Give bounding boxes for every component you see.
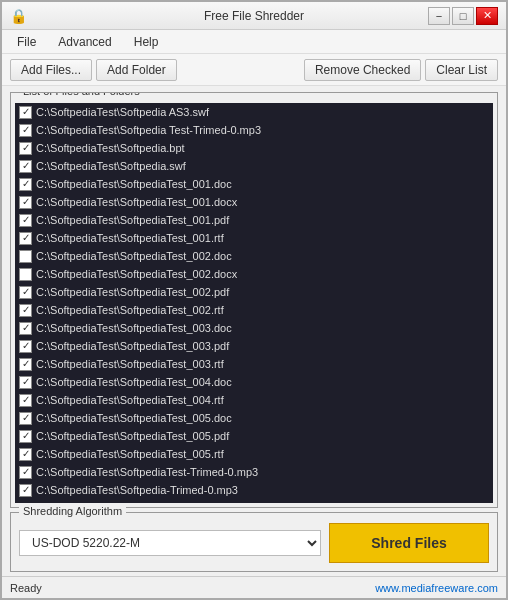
file-path: C:\SoftpediaTest\SoftpediaTest_003.rtf bbox=[36, 358, 224, 370]
file-list-label: List of Files and Folders bbox=[19, 92, 144, 97]
title-bar: 🔒 Free File Shredder − □ ✕ bbox=[2, 2, 506, 30]
shredding-label: Shredding Algorithm bbox=[19, 505, 126, 517]
add-files-button[interactable]: Add Files... bbox=[10, 59, 92, 81]
list-item: C:\SoftpediaTest\SoftpediaTest_005.doc bbox=[15, 409, 493, 427]
file-list-section: List of Files and Folders C:\SoftpediaTe… bbox=[10, 92, 498, 508]
file-checkbox[interactable] bbox=[19, 268, 32, 281]
status-bar: Ready www.mediafreeware.com bbox=[2, 576, 506, 598]
list-item: C:\SoftpediaTest\SoftpediaTest_004.doc bbox=[15, 373, 493, 391]
list-item: C:\SoftpediaTest\SoftpediaTest_005.rtf bbox=[15, 445, 493, 463]
close-button[interactable]: ✕ bbox=[476, 7, 498, 25]
file-path: C:\SoftpediaTest\SoftpediaTest_002.docx bbox=[36, 268, 237, 280]
remove-checked-button[interactable]: Remove Checked bbox=[304, 59, 421, 81]
file-checkbox[interactable] bbox=[19, 142, 32, 155]
file-checkbox[interactable] bbox=[19, 124, 32, 137]
list-item: C:\SoftpediaTest\SoftpediaTest_003.pdf bbox=[15, 337, 493, 355]
file-checkbox[interactable] bbox=[19, 358, 32, 371]
file-checkbox[interactable] bbox=[19, 394, 32, 407]
list-item: C:\SoftpediaTest\SoftpediaTest_003.doc bbox=[15, 319, 493, 337]
file-checkbox[interactable] bbox=[19, 322, 32, 335]
file-checkbox[interactable] bbox=[19, 178, 32, 191]
clear-list-button[interactable]: Clear List bbox=[425, 59, 498, 81]
algorithm-select[interactable]: US-DOD 5220.22-MGutmann (35 passes)Rando… bbox=[19, 530, 321, 556]
file-checkbox[interactable] bbox=[19, 106, 32, 119]
list-item: C:\SoftpediaTest\Softpedia-Trimed-0.mp3 bbox=[15, 481, 493, 499]
list-item: C:\SoftpediaTest\Softpedia AS3.swf bbox=[15, 103, 493, 121]
file-path: C:\SoftpediaTest\SoftpediaTest-Trimed-0.… bbox=[36, 466, 258, 478]
shred-files-button[interactable]: Shred Files bbox=[329, 523, 489, 563]
list-item: C:\SoftpediaTest\Softpedia Test-Trimed-0… bbox=[15, 121, 493, 139]
file-path: C:\SoftpediaTest\SoftpediaTest_004.doc bbox=[36, 376, 232, 388]
file-path: C:\SoftpediaTest\SoftpediaTest_002.pdf bbox=[36, 286, 229, 298]
file-path: C:\SoftpediaTest\Softpedia.bpt bbox=[36, 142, 185, 154]
menu-advanced[interactable]: Advanced bbox=[47, 32, 122, 52]
file-checkbox[interactable] bbox=[19, 466, 32, 479]
list-item: C:\SoftpediaTest\SoftpediaTest_005.pdf bbox=[15, 427, 493, 445]
file-checkbox[interactable] bbox=[19, 430, 32, 443]
menu-file[interactable]: File bbox=[6, 32, 47, 52]
file-checkbox[interactable] bbox=[19, 232, 32, 245]
list-item: C:\SoftpediaTest\SoftpediaTest_001.doc bbox=[15, 175, 493, 193]
list-item: C:\SoftpediaTest\SoftpediaTest_001.docx bbox=[15, 193, 493, 211]
file-path: C:\SoftpediaTest\SoftpediaTest_003.pdf bbox=[36, 340, 229, 352]
file-checkbox[interactable] bbox=[19, 286, 32, 299]
list-item: C:\SoftpediaTest\SoftpediaTest_001.rtf bbox=[15, 229, 493, 247]
restore-button[interactable]: □ bbox=[452, 7, 474, 25]
app-icon: 🔒 bbox=[10, 8, 26, 24]
list-item: C:\SoftpediaTest\SoftpediaTest_002.docx bbox=[15, 265, 493, 283]
title-bar-left: 🔒 bbox=[10, 8, 26, 24]
list-item: C:\SoftpediaTest\SoftpediaTest_003.rtf bbox=[15, 355, 493, 373]
file-checkbox[interactable] bbox=[19, 340, 32, 353]
menu-help[interactable]: Help bbox=[123, 32, 170, 52]
file-list-container[interactable]: C:\SoftpediaTest\Softpedia AS3.swfC:\Sof… bbox=[15, 103, 493, 503]
list-item: C:\SoftpediaTest\Softpedia.bpt bbox=[15, 139, 493, 157]
toolbar: Add Files... Add Folder Remove Checked C… bbox=[2, 54, 506, 86]
add-folder-button[interactable]: Add Folder bbox=[96, 59, 177, 81]
main-window: 🔒 Free File Shredder − □ ✕ File Advanced… bbox=[0, 0, 508, 600]
shredding-controls: US-DOD 5220.22-MGutmann (35 passes)Rando… bbox=[19, 523, 489, 563]
file-path: C:\SoftpediaTest\Softpedia-Trimed-0.mp3 bbox=[36, 484, 238, 496]
list-item: C:\SoftpediaTest\SoftpediaTest_002.rtf bbox=[15, 301, 493, 319]
file-checkbox[interactable] bbox=[19, 214, 32, 227]
file-path: C:\SoftpediaTest\SoftpediaTest_005.doc bbox=[36, 412, 232, 424]
file-checkbox[interactable] bbox=[19, 448, 32, 461]
minimize-button[interactable]: − bbox=[428, 7, 450, 25]
file-path: C:\SoftpediaTest\SoftpediaTest_005.rtf bbox=[36, 448, 224, 460]
shredding-section: Shredding Algorithm US-DOD 5220.22-MGutm… bbox=[10, 512, 498, 572]
window-title: Free File Shredder bbox=[204, 9, 304, 23]
file-path: C:\SoftpediaTest\SoftpediaTest_001.doc bbox=[36, 178, 232, 190]
file-path: C:\SoftpediaTest\SoftpediaTest_002.doc bbox=[36, 250, 232, 262]
toolbar-right: Remove Checked Clear List bbox=[304, 59, 498, 81]
file-checkbox[interactable] bbox=[19, 484, 32, 497]
file-path: C:\SoftpediaTest\SoftpediaTest_005.pdf bbox=[36, 430, 229, 442]
title-bar-controls: − □ ✕ bbox=[428, 7, 498, 25]
website-link[interactable]: www.mediafreeware.com bbox=[375, 582, 498, 594]
file-checkbox[interactable] bbox=[19, 304, 32, 317]
file-path: C:\SoftpediaTest\SoftpediaTest_004.rtf bbox=[36, 394, 224, 406]
list-item: C:\SoftpediaTest\Softpedia.swf bbox=[15, 157, 493, 175]
menu-bar: File Advanced Help bbox=[2, 30, 506, 54]
file-path: C:\SoftpediaTest\SoftpediaTest_002.rtf bbox=[36, 304, 224, 316]
file-path: C:\SoftpediaTest\Softpedia AS3.swf bbox=[36, 106, 209, 118]
file-checkbox[interactable] bbox=[19, 160, 32, 173]
file-path: C:\SoftpediaTest\SoftpediaTest_003.doc bbox=[36, 322, 232, 334]
file-checkbox[interactable] bbox=[19, 412, 32, 425]
file-checkbox[interactable] bbox=[19, 376, 32, 389]
file-path: C:\SoftpediaTest\SoftpediaTest_001.docx bbox=[36, 196, 237, 208]
list-item: C:\SoftpediaTest\SoftpediaTest_001.pdf bbox=[15, 211, 493, 229]
file-checkbox[interactable] bbox=[19, 250, 32, 263]
file-path: C:\SoftpediaTest\Softpedia Test-Trimed-0… bbox=[36, 124, 261, 136]
list-item: C:\SoftpediaTest\SoftpediaTest-Trimed-0.… bbox=[15, 463, 493, 481]
list-item: C:\SoftpediaTest\SoftpediaTest_002.pdf bbox=[15, 283, 493, 301]
file-path: C:\SoftpediaTest\Softpedia.swf bbox=[36, 160, 186, 172]
main-content: List of Files and Folders C:\SoftpediaTe… bbox=[2, 86, 506, 598]
list-item: C:\SoftpediaTest\SoftpediaTest_002.doc bbox=[15, 247, 493, 265]
file-path: C:\SoftpediaTest\SoftpediaTest_001.pdf bbox=[36, 214, 229, 226]
file-path: C:\SoftpediaTest\SoftpediaTest_001.rtf bbox=[36, 232, 224, 244]
list-item: C:\SoftpediaTest\SoftpediaTest_004.rtf bbox=[15, 391, 493, 409]
status-text: Ready bbox=[10, 582, 42, 594]
file-checkbox[interactable] bbox=[19, 196, 32, 209]
